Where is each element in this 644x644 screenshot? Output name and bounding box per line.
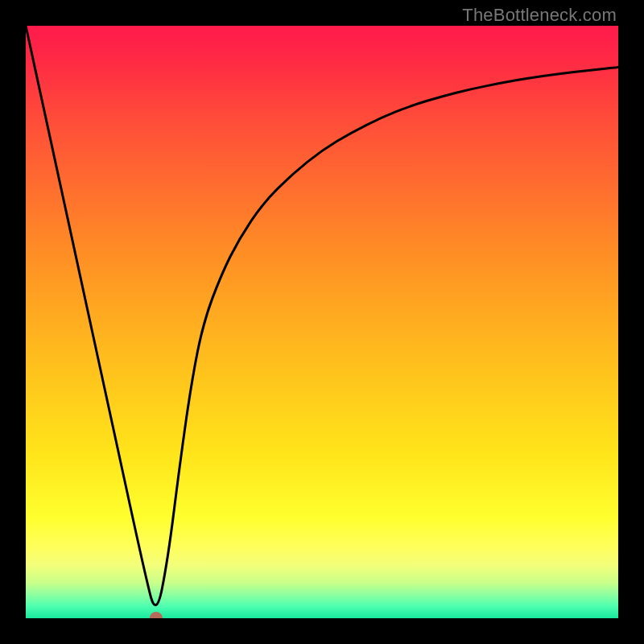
minimum-marker — [150, 612, 163, 618]
watermark-text: TheBottleneck.com — [462, 5, 617, 26]
chart-frame: TheBottleneck.com — [0, 0, 644, 644]
bottleneck-curve — [26, 26, 618, 605]
curve-layer — [26, 26, 618, 618]
plot-area — [26, 26, 618, 618]
